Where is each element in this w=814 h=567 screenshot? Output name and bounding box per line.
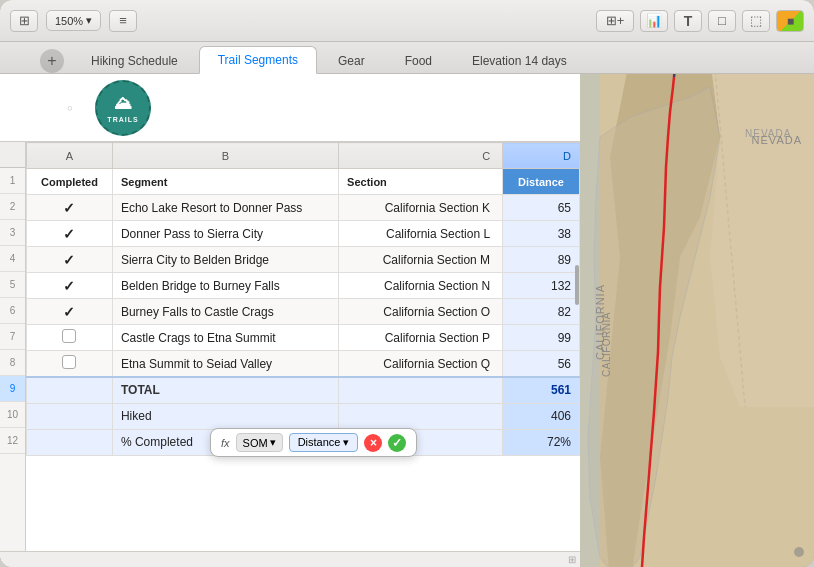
cell-segment-6[interactable]: Burney Falls to Castle Crags	[112, 299, 338, 325]
column-headers-row: A B C D	[27, 143, 580, 169]
hiked-label: Hiked	[112, 403, 338, 429]
text-icon[interactable]: T	[674, 10, 702, 32]
data-table: A B C D Completed Segment Section	[26, 142, 580, 456]
col-header-a[interactable]: A	[27, 143, 113, 169]
cell-completed-5[interactable]: ✓	[27, 273, 113, 299]
map-svg: NEVADA CALIFORNIA	[580, 74, 814, 567]
row-num-5: 5	[0, 272, 25, 298]
header-distance: Distance	[503, 169, 580, 195]
california-label: CALIFORNIA	[594, 284, 606, 360]
cell-distance-8[interactable]: 56	[503, 351, 580, 378]
cell-segment-2[interactable]: Echo Lake Resort to Donner Pass	[112, 195, 338, 221]
formula-fx-label: fx	[221, 437, 230, 449]
row-num-3: 3	[0, 220, 25, 246]
formula-function-selector[interactable]: SOM ▾	[236, 433, 283, 452]
logo-mountain-icon: ⛰	[114, 93, 132, 114]
cell-section-8[interactable]: California Section Q	[339, 351, 503, 378]
table-row[interactable]: ✓ Belden Bridge to Burney Falls Californ…	[27, 273, 580, 299]
add-sheet-button[interactable]: +	[40, 49, 64, 73]
row-indicator: ○	[65, 103, 75, 113]
table-row[interactable]: ✓ Burney Falls to Castle Crags Californi…	[27, 299, 580, 325]
tabs-bar: + Hiking Schedule Trail Segments Gear Fo…	[0, 42, 814, 74]
shape-icon[interactable]: □	[708, 10, 736, 32]
cell-segment-5[interactable]: Belden Bridge to Burney Falls	[112, 273, 338, 299]
tab-gear[interactable]: Gear	[319, 47, 384, 74]
table-row[interactable]: Etna Summit to Seiad Valley California S…	[27, 351, 580, 378]
zoom-dropdown-icon: ▾	[86, 14, 92, 27]
formula-cancel-button[interactable]: ×	[364, 434, 382, 452]
hiked-section	[339, 403, 503, 429]
list-view-icon[interactable]: ≡	[109, 10, 137, 32]
formula-function-dropdown: ▾	[270, 436, 276, 449]
cell-distance-3[interactable]: 38	[503, 221, 580, 247]
cell-distance-4[interactable]: 89	[503, 247, 580, 273]
row-num-header	[0, 142, 25, 168]
cell-completed-2[interactable]: ✓	[27, 195, 113, 221]
row-numbers-col: 1 2 3 4 5 6 7 8 9 10 12	[0, 142, 26, 551]
map-resize-handle[interactable]	[792, 545, 806, 559]
resize-handle[interactable]: ⊞	[568, 554, 576, 565]
table-wrapper: A B C D Completed Segment Section	[26, 142, 580, 551]
cell-segment-4[interactable]: Sierra City to Belden Bridge	[112, 247, 338, 273]
cell-completed-3[interactable]: ✓	[27, 221, 113, 247]
view-toggle-icon[interactable]: ⊞	[10, 10, 38, 32]
cell-segment-7[interactable]: Castle Crags to Etna Summit	[112, 325, 338, 351]
cell-section-5[interactable]: California Section N	[339, 273, 503, 299]
cell-segment-3[interactable]: Donner Pass to Sierra City	[112, 221, 338, 247]
spreadsheet-container: 1 2 3 4 5 6 7 8 9 10 12	[0, 142, 580, 551]
zoom-control[interactable]: 150% ▾	[46, 10, 101, 31]
toolbar-right: ⊞+ 📊 T □ ⬚ ◼	[596, 10, 804, 32]
formula-bar: fx SOM ▾ Distance ▾ × ✓	[210, 428, 417, 457]
chart-icon[interactable]: 📊	[640, 10, 668, 32]
table-row[interactable]: ✓ Sierra City to Belden Bridge Californi…	[27, 247, 580, 273]
image-icon[interactable]: ⬚	[742, 10, 770, 32]
row-num-9: 9	[0, 376, 25, 402]
cell-completed-6[interactable]: ✓	[27, 299, 113, 325]
col-header-d[interactable]: D	[503, 143, 580, 169]
row-num-8: 8	[0, 350, 25, 376]
cell-section-6[interactable]: California Section O	[339, 299, 503, 325]
formula-field[interactable]: Distance ▾	[289, 433, 359, 452]
row-num-12: 12	[0, 428, 25, 454]
row-num-6: 6	[0, 298, 25, 324]
header-completed: Completed	[27, 169, 113, 195]
hiked-col-a	[27, 403, 113, 429]
table-row[interactable]: ✓ Echo Lake Resort to Donner Pass Califo…	[27, 195, 580, 221]
hiked-distance: 406	[503, 403, 580, 429]
tab-elevation[interactable]: Elevation 14 days	[453, 47, 586, 74]
col-header-c[interactable]: C	[339, 143, 503, 169]
cell-distance-2[interactable]: 65	[503, 195, 580, 221]
cell-completed-7[interactable]	[27, 325, 113, 351]
row-num-1: 1	[0, 168, 25, 194]
cell-section-7[interactable]: California Section P	[339, 325, 503, 351]
row-num-4: 4	[0, 246, 25, 272]
scroll-indicator[interactable]	[575, 265, 579, 305]
add-table-icon[interactable]: ⊞+	[596, 10, 634, 32]
hiked-row: Hiked 406	[27, 403, 580, 429]
cell-completed-4[interactable]: ✓	[27, 247, 113, 273]
tab-trail-segments[interactable]: Trail Segments	[199, 46, 317, 74]
color-icon[interactable]: ◼	[776, 10, 804, 32]
cell-completed-8[interactable]	[27, 351, 113, 378]
cell-distance-5[interactable]: 132	[503, 273, 580, 299]
cell-segment-8[interactable]: Etna Summit to Seiad Valley	[112, 351, 338, 378]
cell-section-4[interactable]: California Section M	[339, 247, 503, 273]
main-content: ○ ⛰ TRAILS 1 2 3 4 5 6 7	[0, 74, 814, 567]
pct-distance: 72%	[503, 429, 580, 455]
cell-distance-6[interactable]: 82	[503, 299, 580, 325]
row-num-2: 2	[0, 194, 25, 220]
spreadsheet-area: ○ ⛰ TRAILS 1 2 3 4 5 6 7	[0, 74, 580, 567]
map-area: NEVADA CALIFORNIA NEVADA CALIFORNIA	[580, 74, 814, 567]
cell-section-3[interactable]: California Section L	[339, 221, 503, 247]
col-header-b[interactable]: B	[112, 143, 338, 169]
total-distance: 561	[503, 377, 580, 403]
formula-confirm-button[interactable]: ✓	[388, 434, 406, 452]
cell-section-2[interactable]: California Section K	[339, 195, 503, 221]
tab-hiking-schedule[interactable]: Hiking Schedule	[72, 47, 197, 74]
table-row[interactable]: Castle Crags to Etna Summit California S…	[27, 325, 580, 351]
cell-distance-7[interactable]: 99	[503, 325, 580, 351]
table-header-row: Completed Segment Section Distance	[27, 169, 580, 195]
tab-food[interactable]: Food	[386, 47, 451, 74]
formula-function-name: SOM	[243, 437, 268, 449]
table-row[interactable]: ✓ Donner Pass to Sierra City California …	[27, 221, 580, 247]
